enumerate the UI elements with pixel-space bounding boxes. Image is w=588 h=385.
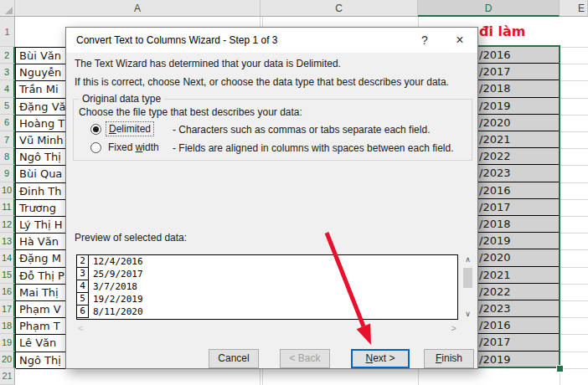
gridline — [560, 368, 588, 369]
select-all-icon — [5, 7, 13, 14]
cell-date[interactable]: /2019 — [477, 233, 560, 249]
cell-date[interactable]: /2017 — [477, 334, 560, 351]
radio-fixed-width[interactable]: Fixed width — [90, 141, 162, 154]
gridline — [560, 373, 560, 385]
row-header[interactable]: 11 — [0, 199, 15, 216]
preview-row: 212/4/2016 — [77, 255, 457, 268]
gridline — [560, 47, 588, 48]
cell-date[interactable]: /2020 — [477, 249, 560, 266]
gridline — [560, 284, 588, 285]
cell-date[interactable]: /2016 — [477, 47, 560, 64]
column-header-e[interactable]: E — [560, 0, 588, 17]
original-data-type-group: Original data type Choose the file type … — [73, 99, 472, 161]
gridline — [560, 148, 588, 149]
row-header[interactable]: 9 — [0, 165, 15, 182]
row-header[interactable]: 7 — [0, 131, 15, 148]
cell-date[interactable]: /2021 — [477, 131, 560, 148]
row-header[interactable]: 18 — [0, 317, 15, 334]
preview-horizontal-scrollbar[interactable]: < > — [76, 322, 458, 334]
scroll-right-icon[interactable]: > — [451, 322, 456, 334]
preview-row: 519/2/2019 — [77, 293, 457, 305]
gridline — [560, 80, 588, 81]
radio-delimited[interactable]: Delimited — [90, 122, 154, 136]
cell-date[interactable]: /2017 — [477, 64, 560, 80]
scroll-down-icon[interactable]: ∨ — [462, 309, 473, 320]
back-button[interactable]: < Back — [280, 349, 330, 368]
preview-row: 68/11/2020 — [77, 305, 457, 318]
preview-row-number: 6 — [77, 305, 89, 318]
help-button[interactable]: ? — [412, 28, 437, 53]
gridline — [560, 182, 588, 183]
gridline — [560, 98, 588, 99]
preview-row-text: 25/9/2017 — [93, 269, 143, 280]
row-header[interactable]: 6 — [0, 115, 15, 131]
cell-date[interactable]: /2022 — [477, 284, 560, 300]
column-header-a[interactable]: A — [15, 0, 260, 17]
radio-fixed-width-label: Fixed width — [106, 141, 162, 154]
close-button[interactable]: × — [447, 28, 472, 53]
row-header[interactable]: 16 — [0, 284, 15, 300]
column-header-c[interactable]: C — [260, 0, 418, 17]
cell-date[interactable]: /2016 — [477, 182, 560, 199]
preview-row-text: 3/7/2018 — [93, 281, 137, 292]
preview-row-number: 2 — [77, 255, 89, 268]
row-header[interactable]: 10 — [0, 182, 15, 199]
gridline — [560, 300, 588, 301]
row-header[interactable]: 19 — [0, 334, 15, 351]
dates-column: /2016/2017/2018/2019/2020/2021/2022/2023… — [477, 47, 560, 368]
preview-row-text: 12/4/2016 — [93, 256, 143, 267]
scrollbar-thumb[interactable] — [463, 268, 472, 288]
row-header[interactable]: 21 — [0, 368, 15, 385]
fixed-width-description: - Fields are aligned in columns with spa… — [173, 142, 454, 154]
row-header[interactable]: 8 — [0, 148, 15, 165]
scroll-up-icon[interactable]: ∧ — [462, 254, 473, 265]
cell-date[interactable]: /2023 — [477, 300, 560, 317]
cell-date[interactable]: /2018 — [477, 80, 560, 97]
cell-date[interactable]: /2019 — [477, 98, 560, 115]
scroll-left-icon[interactable]: < — [78, 322, 83, 334]
preview-row-text: 19/2/2019 — [93, 294, 143, 305]
delimited-description: - Characters such as commas or tabs sepa… — [173, 124, 430, 136]
radio-selected-icon — [90, 124, 101, 135]
gridline — [560, 115, 588, 116]
cell-date[interactable]: /2018 — [477, 216, 560, 233]
preview-row-number: 4 — [77, 280, 89, 293]
select-all-corner[interactable] — [0, 0, 15, 17]
cell-date[interactable]: /2022 — [477, 148, 560, 165]
row-header[interactable]: 4 — [0, 80, 15, 97]
cancel-button[interactable]: Cancel — [209, 349, 259, 368]
cell-date[interactable]: /2019 — [477, 352, 560, 368]
gridline — [560, 249, 588, 250]
cell-date[interactable]: /2020 — [477, 115, 560, 131]
row-header[interactable]: 3 — [0, 64, 15, 80]
preview-vertical-scrollbar[interactable]: ∧ ∨ — [462, 254, 473, 320]
cell-date[interactable]: /2021 — [477, 267, 560, 284]
row-header[interactable]: 14 — [0, 249, 15, 266]
gridline — [560, 216, 588, 217]
gridline — [560, 352, 588, 352]
gridline — [560, 199, 588, 200]
row-header[interactable]: 5 — [0, 98, 15, 115]
dialog-convert-text-wizard: Convert Text to Columns Wizard - Step 1 … — [65, 27, 478, 369]
dialog-titlebar[interactable]: Convert Text to Columns Wizard - Step 1 … — [66, 28, 477, 53]
column-header-d[interactable]: D — [418, 0, 560, 17]
row-header[interactable]: 15 — [0, 267, 15, 284]
cell-date[interactable]: /2023 — [477, 165, 560, 182]
row-header[interactable]: 20 — [0, 352, 15, 368]
gridline — [560, 131, 588, 132]
preview-row-number: 5 — [77, 293, 89, 305]
next-button[interactable]: Next > — [351, 349, 410, 368]
row-header[interactable]: 12 — [0, 216, 15, 233]
row-header[interactable]: 13 — [0, 233, 15, 249]
cell-date[interactable]: /2016 — [477, 317, 560, 334]
preview-row-text: 8/11/2020 — [93, 306, 143, 317]
radio-unselected-icon — [90, 142, 101, 153]
cell-date-header[interactable]: đi làm — [477, 17, 561, 45]
row-header[interactable]: 2 — [0, 47, 15, 64]
finish-button[interactable]: Finish — [424, 349, 474, 368]
choose-file-type-label: Choose the file type that best describes… — [79, 106, 302, 118]
row-header[interactable]: 17 — [0, 300, 15, 317]
fill-handle[interactable] — [556, 365, 564, 372]
cell-date[interactable]: /2017 — [477, 199, 560, 216]
row-header[interactable]: 1 — [0, 17, 15, 47]
